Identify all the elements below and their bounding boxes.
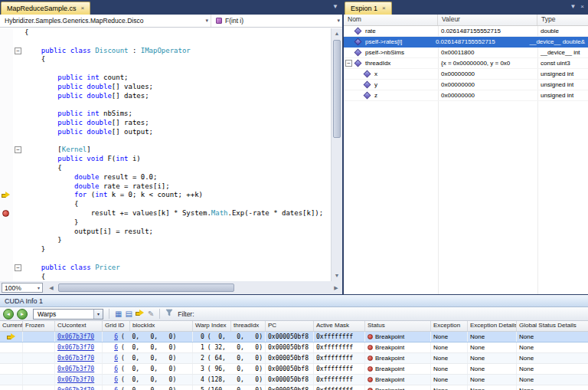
grid-id-link[interactable]: 6 bbox=[110, 344, 118, 351]
tab-document[interactable]: MapReduceSample.cs × bbox=[1, 2, 90, 15]
frozen-cell[interactable] bbox=[23, 375, 55, 385]
cucontext-link[interactable]: 0x067b3f70 bbox=[57, 387, 94, 390]
warp-row[interactable]: 0x067b3f706( 0, 0, 0)5(160, 0, 0)0x00005… bbox=[0, 385, 588, 390]
scrollbar-thumb[interactable] bbox=[58, 283, 234, 292]
filter-icon[interactable] bbox=[165, 309, 173, 320]
frozen-cell[interactable] bbox=[23, 364, 55, 374]
watch-grid[interactable]: NomValeurType rate0.0261487155552715doub… bbox=[344, 15, 588, 294]
fold-collapse-icon[interactable]: − bbox=[15, 146, 21, 153]
code-segment: Discount bbox=[95, 47, 128, 54]
column-header-cucontext[interactable]: CUcontext bbox=[55, 321, 103, 331]
warp-row[interactable]: 0x067b3f706( 0, 0, 0)0( 0, 0, 0)0x000050… bbox=[0, 332, 588, 342]
column-header-nom[interactable]: Nom bbox=[344, 15, 438, 25]
warp-row[interactable]: 0x067b3f706( 0, 0, 0)3( 96, 0, 0)0x00005… bbox=[0, 364, 588, 375]
code-line: double rate = rates[i]; bbox=[24, 182, 330, 192]
frozen-cell[interactable] bbox=[23, 342, 55, 352]
editor-vertical-scrollbar[interactable]: ▲ ▼ bbox=[331, 28, 342, 281]
variable-icon bbox=[364, 81, 371, 89]
column-header-blockidx[interactable]: blockIdx bbox=[130, 321, 193, 331]
cucontext-link[interactable]: 0x067b3f70 bbox=[57, 376, 94, 383]
editor-horizontal-scrollbar[interactable]: ◀ ▶ bbox=[46, 281, 342, 294]
chevron-down-icon: ▾ bbox=[93, 310, 103, 319]
variable-name: y bbox=[374, 81, 377, 88]
collapse-icon[interactable]: − bbox=[345, 60, 352, 67]
grid-id-link[interactable]: 6 bbox=[110, 376, 118, 383]
code-segment: public bbox=[41, 264, 67, 271]
cucontext-link[interactable]: 0x067b3f70 bbox=[57, 365, 94, 372]
watch-row[interactable]: y0x00000000unsigned int bbox=[344, 80, 588, 90]
chevron-down-icon[interactable]: ▼ bbox=[570, 4, 576, 10]
forward-button[interactable]: ► bbox=[17, 309, 28, 320]
go-to-current-icon[interactable] bbox=[136, 309, 145, 320]
back-button[interactable]: ◄ bbox=[3, 309, 14, 320]
code-line bbox=[24, 38, 330, 47]
scroll-up-icon[interactable]: ▲ bbox=[332, 28, 342, 39]
frozen-cell[interactable] bbox=[23, 332, 55, 342]
cucontext-link[interactable]: 0x067b3f70 bbox=[57, 333, 94, 340]
column-header-warp-index[interactable]: Warp Index bbox=[193, 321, 231, 331]
editor-bottom-bar: 100% ▾ ◀ ▶ bbox=[0, 281, 342, 294]
column-header-exception-details[interactable]: Exception Details bbox=[468, 321, 517, 331]
warp-row[interactable]: 0x067b3f706( 0, 0, 0)1( 32, 0, 0)0x00005… bbox=[0, 342, 588, 353]
code-segment: public bbox=[41, 47, 67, 54]
column-header-pc[interactable]: PC bbox=[266, 321, 314, 331]
frozen-cell[interactable] bbox=[23, 385, 55, 390]
column-header-current[interactable]: Current bbox=[0, 321, 23, 331]
column-header-status[interactable]: Status bbox=[365, 321, 431, 331]
watch-row[interactable]: −threadIdx{x = 0x00000000, y = 0x0const … bbox=[344, 58, 588, 69]
cucontext-link[interactable]: 0x067b3f70 bbox=[57, 355, 94, 362]
close-icon[interactable]: × bbox=[580, 4, 584, 10]
chevron-down-icon[interactable]: ▼ bbox=[332, 4, 338, 10]
column-header-grid-id[interactable]: Grid ID bbox=[103, 321, 130, 331]
scroll-right-icon[interactable]: ▶ bbox=[331, 282, 341, 293]
scrollbar-thumb[interactable] bbox=[333, 40, 341, 138]
watch-name-cell: pself->nbSims bbox=[344, 48, 438, 57]
column-header-active-mask[interactable]: Active Mask bbox=[314, 321, 365, 331]
variable-name: x bbox=[374, 70, 377, 77]
grid-view-icon[interactable]: ▦ bbox=[115, 309, 122, 320]
exception-details-cell: None bbox=[468, 375, 517, 385]
code-editor[interactable]: −−− { public class Discount : IMapOperat… bbox=[0, 28, 342, 281]
column-header-valeur[interactable]: Valeur bbox=[438, 15, 537, 25]
zoom-selector[interactable]: 100% ▾ bbox=[2, 283, 43, 293]
member-dropdown[interactable]: F(int i) ▾ bbox=[211, 15, 342, 27]
scroll-down-icon[interactable]: ▼ bbox=[332, 270, 342, 281]
column-header-frozen[interactable]: Frozen bbox=[23, 321, 55, 331]
column-header-type[interactable]: Type bbox=[537, 15, 588, 25]
edit-icon[interactable]: ✎ bbox=[148, 309, 154, 320]
cuda-rows: 0x067b3f706( 0, 0, 0)0( 0, 0, 0)0x000050… bbox=[0, 332, 588, 390]
global-status-cell: None bbox=[517, 364, 588, 374]
fold-collapse-icon[interactable]: − bbox=[15, 264, 21, 271]
watch-row[interactable]: pself->rates[i]0.0261487155552715__devic… bbox=[344, 37, 588, 48]
watch-row[interactable]: rate0.0261487155552715double bbox=[344, 26, 588, 37]
type-dropdown[interactable]: Hybridizer.Samples.Generics.MapReduce.Di… bbox=[0, 15, 211, 27]
glyph-margin[interactable] bbox=[0, 28, 13, 281]
fold-margin[interactable]: −−− bbox=[13, 28, 23, 281]
grid-id-link[interactable]: 6 bbox=[110, 355, 118, 362]
grid-id-link[interactable]: 6 bbox=[110, 387, 118, 390]
close-icon[interactable]: × bbox=[382, 5, 386, 11]
warp-thread-cell: 5(160, 0, 0) bbox=[193, 385, 266, 390]
breakpoint-icon[interactable] bbox=[2, 210, 9, 217]
variable-value: 0x00000000 bbox=[438, 80, 537, 90]
watch-row[interactable]: z0x00000000unsigned int bbox=[344, 90, 588, 101]
fold-collapse-icon[interactable]: − bbox=[15, 48, 21, 54]
tab-watch[interactable]: Espion 1 × bbox=[345, 2, 392, 15]
warp-row[interactable]: 0x067b3f706( 0, 0, 0)2( 64, 0, 0)0x00005… bbox=[0, 353, 588, 364]
grid-id-link[interactable]: 6 bbox=[110, 333, 118, 340]
grid-block-cell: 6( 0, 0, 0) bbox=[103, 385, 193, 390]
column-header-threadidx[interactable]: threadIdx bbox=[231, 321, 266, 331]
watch-row[interactable]: pself->nbSims0x00011800__device__ int bbox=[344, 48, 588, 58]
cucontext-link[interactable]: 0x067b3f70 bbox=[57, 344, 94, 351]
details-view-icon[interactable]: ▤ bbox=[125, 309, 132, 320]
column-header-global-status-details[interactable]: Global Status Details bbox=[517, 321, 588, 331]
close-icon[interactable]: × bbox=[81, 5, 85, 11]
view-selector[interactable]: Warps ▾ bbox=[33, 309, 103, 320]
scroll-left-icon[interactable]: ◀ bbox=[46, 282, 57, 293]
warp-row[interactable]: 0x067b3f706( 0, 0, 0)4(128, 0, 0)0x00005… bbox=[0, 375, 588, 385]
column-header-exception[interactable]: Exception bbox=[431, 321, 468, 331]
grid-id-link[interactable]: 6 bbox=[110, 365, 118, 372]
watch-row[interactable]: x0x00000000unsigned int bbox=[344, 69, 588, 80]
frozen-cell[interactable] bbox=[23, 353, 55, 363]
pc-cell: 0x000050bf8 bbox=[266, 364, 314, 374]
